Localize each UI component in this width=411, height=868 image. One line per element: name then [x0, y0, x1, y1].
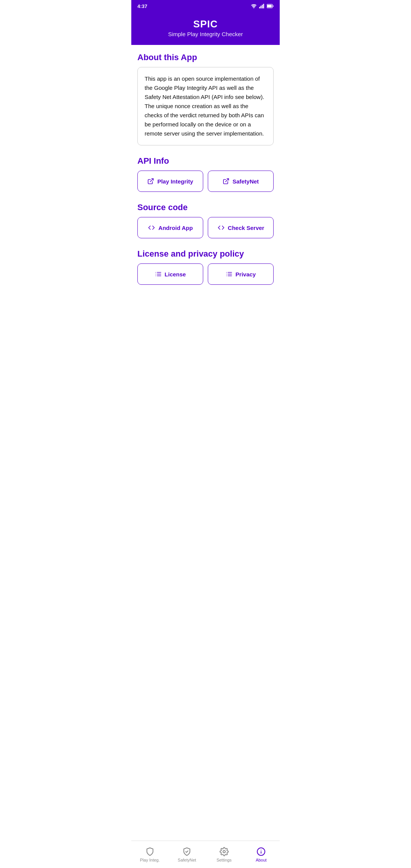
nav-shield-icon: [145, 847, 155, 856]
nav-about-label: About: [256, 858, 267, 862]
about-section: About this App This app is an open sourc…: [137, 53, 274, 145]
app-title: SPIC: [137, 18, 274, 30]
code-icon: [148, 224, 155, 231]
license-title: License and privacy policy: [137, 249, 274, 259]
status-bar: 4:37: [131, 0, 280, 12]
play-integrity-api-button[interactable]: Play Integrity: [137, 171, 203, 192]
safetynet-api-button[interactable]: SafetyNet: [208, 171, 274, 192]
bottom-nav: Play Integ. SafetyNet Settings About: [131, 841, 280, 868]
svg-line-9: [225, 179, 228, 182]
source-code-section: Source code Android App Check Server: [137, 203, 274, 238]
about-description: This app is an open source implementatio…: [137, 67, 274, 145]
list-icon-2: [226, 271, 233, 278]
nav-info-icon: [256, 847, 266, 856]
api-info-section: API Info Play Integrity SafetyNet: [137, 156, 274, 192]
license-buttons: License Privacy: [137, 263, 274, 285]
nav-settings-icon: [220, 847, 229, 856]
play-integrity-api-label: Play Integrity: [157, 178, 193, 185]
nav-settings-label: Settings: [217, 858, 232, 862]
license-button[interactable]: License: [137, 263, 203, 285]
status-icons: [251, 4, 274, 8]
svg-line-8: [150, 179, 153, 182]
safetynet-api-label: SafetyNet: [233, 178, 259, 185]
nav-safetynet[interactable]: SafetyNet: [169, 841, 206, 868]
nav-about[interactable]: About: [243, 841, 280, 868]
app-header: SPIC Simple Play Integrity Checker: [131, 12, 280, 45]
license-section: License and privacy policy License: [137, 249, 274, 285]
nav-play-integrity-label: Play Integ.: [140, 858, 160, 862]
svg-point-0: [253, 8, 254, 8]
api-info-title: API Info: [137, 156, 274, 166]
license-label: License: [165, 271, 186, 278]
external-link-icon-2: [223, 178, 229, 185]
android-app-source-button[interactable]: Android App: [137, 217, 203, 238]
battery-icon: [267, 4, 274, 8]
main-content: About this App This app is an open sourc…: [131, 45, 280, 841]
source-code-title: Source code: [137, 203, 274, 212]
nav-settings[interactable]: Settings: [206, 841, 243, 868]
svg-rect-4: [263, 4, 264, 8]
status-time: 4:37: [137, 3, 147, 9]
nav-shield-check-icon: [182, 847, 191, 856]
app-subtitle: Simple Play Integrity Checker: [137, 31, 274, 37]
nav-safetynet-label: SafetyNet: [178, 858, 196, 862]
svg-rect-7: [273, 5, 274, 7]
check-server-source-button[interactable]: Check Server: [208, 217, 274, 238]
source-code-buttons: Android App Check Server: [137, 217, 274, 238]
check-server-label: Check Server: [228, 225, 264, 231]
about-title: About this App: [137, 53, 274, 62]
signal-icon: [259, 4, 264, 8]
list-icon: [155, 271, 162, 278]
svg-point-22: [223, 850, 225, 853]
privacy-label: Privacy: [236, 271, 256, 278]
api-info-buttons: Play Integrity SafetyNet: [137, 171, 274, 192]
svg-rect-2: [261, 6, 262, 8]
svg-rect-1: [259, 7, 260, 8]
android-app-label: Android App: [158, 225, 193, 231]
svg-rect-3: [262, 5, 263, 9]
external-link-icon: [147, 178, 154, 185]
wifi-icon: [251, 4, 257, 8]
code-icon-2: [217, 224, 225, 231]
svg-rect-6: [267, 5, 272, 8]
nav-play-integrity[interactable]: Play Integ.: [131, 841, 169, 868]
privacy-button[interactable]: Privacy: [208, 263, 274, 285]
